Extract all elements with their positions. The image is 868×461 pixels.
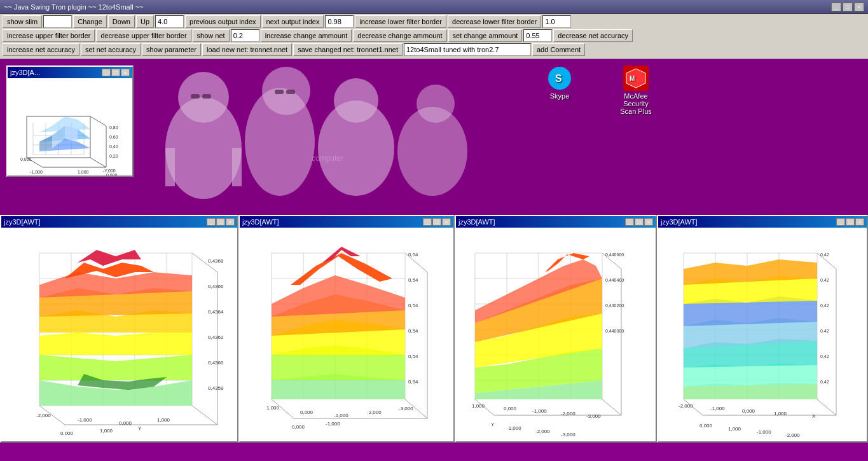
down-button[interactable]: Down: [108, 15, 135, 28]
svg-text:1,000: 1,000: [157, 417, 170, 423]
show-net-button[interactable]: show net: [193, 29, 230, 42]
svg-text:-2,000: -2,000: [367, 409, 382, 415]
svg-point-4: [262, 67, 310, 115]
increase-lower-filter-button[interactable]: increase lower filter border: [355, 15, 446, 28]
chart-body-small: -1,000 1,000 -Y,000 0,80 0,60 0,40 0,20 …: [8, 78, 132, 175]
svg-text:-3,000: -3,000: [561, 432, 575, 437]
svg-text:0,000: 0,000: [292, 424, 305, 430]
increase-change-button[interactable]: increase change ammount: [261, 29, 352, 42]
mcafee-label: McAfee Security Scan Plus: [614, 92, 658, 115]
add-comment-button[interactable]: add Comment: [532, 43, 585, 56]
chart-close-2[interactable]: ×: [442, 218, 451, 226]
svg-text:-1,000: -1,000: [757, 429, 771, 435]
svg-text:computer: computer: [312, 154, 343, 163]
chart-title-small: jzy3D[A...: [10, 69, 40, 76]
chart-title-buttons-2: _ □ ×: [423, 218, 451, 226]
chart-close-4[interactable]: ×: [855, 218, 864, 226]
chart-window-1: jzy3D[AWT] _ □ ×: [0, 215, 238, 443]
maximize-button[interactable]: □: [843, 3, 853, 11]
svg-text:-Y,000: -Y,000: [103, 169, 116, 173]
comment-input[interactable]: [404, 43, 531, 56]
chart-min-3[interactable]: _: [625, 218, 634, 226]
chart-close-1[interactable]: ×: [226, 218, 235, 226]
chart-svg-2: 0,54 0,54 0,54 0,54 0,54 0,54 1,000 0,00…: [240, 228, 453, 441]
skype-desktop-icon[interactable]: S Skype: [537, 65, 582, 100]
svg-text:0,60: 0,60: [109, 135, 118, 139]
decrease-change-button[interactable]: decrease change ammount: [353, 29, 446, 42]
svg-text:0,000: 0,000: [504, 406, 517, 411]
svg-text:0,440400: 0,440400: [605, 278, 624, 282]
svg-text:0,4360: 0,4360: [208, 360, 224, 366]
chart-window-small: jzy3D[A... _ □ ×: [6, 65, 134, 177]
slim-input[interactable]: [43, 15, 72, 28]
increase-upper-filter-button[interactable]: increase upper filter border: [3, 29, 95, 42]
chart-min-small[interactable]: _: [102, 69, 111, 76]
skype-label: Skype: [550, 92, 570, 100]
mcafee-icon: M: [623, 65, 649, 91]
next-value-input[interactable]: [325, 15, 354, 28]
chart-svg-1: 0,4368 0,4366 0,4364 0,4362 0,4360 0,435…: [1, 228, 237, 441]
decrease-net-accuracy-button[interactable]: decrease net accuracy: [553, 29, 633, 42]
decrease-upper-filter-button[interactable]: decrease upper filter border: [96, 29, 191, 42]
set-change-button[interactable]: set change ammount: [448, 29, 523, 42]
set-change-value-input[interactable]: [523, 29, 552, 42]
chart-max-3[interactable]: □: [635, 218, 644, 226]
svg-text:M: M: [630, 75, 635, 82]
chart-max-small[interactable]: □: [111, 69, 120, 76]
svg-text:0,000: 0,000: [60, 430, 74, 436]
svg-text:-3,000: -3,000: [399, 406, 413, 411]
chart-min-4[interactable]: _: [836, 218, 845, 226]
chart-titlebar-2: jzy3D[AWT] _ □ ×: [240, 216, 453, 228]
chart-titlebar-1: jzy3D[AWT] _ □ ×: [1, 216, 237, 228]
svg-text:Y: Y: [491, 422, 495, 427]
increase-net-accuracy-button[interactable]: increase net accuracy: [3, 43, 79, 56]
svg-text:0,000: 0,000: [106, 173, 118, 175]
decrease-lower-value-input[interactable]: [542, 15, 571, 28]
chart-min-2[interactable]: _: [423, 218, 432, 226]
chart-svg-small: -1,000 1,000 -Y,000 0,80 0,60 0,40 0,20 …: [8, 78, 132, 175]
close-button[interactable]: ×: [854, 3, 864, 11]
svg-text:1,000: 1,000: [266, 405, 280, 411]
up-button[interactable]: Up: [136, 15, 154, 28]
desktop: computer S Skype M McAfee Security Scan …: [0, 59, 868, 443]
show-slim-button[interactable]: show slim: [3, 15, 42, 28]
show-parameter-button[interactable]: show parameter: [142, 43, 201, 56]
titlebar-title: ~~ Java Swing Tron plugin ~~ 12to4Small …: [4, 3, 144, 11]
minimize-button[interactable]: _: [831, 3, 841, 11]
chart-close-3[interactable]: ×: [644, 218, 653, 226]
chart-max-1[interactable]: □: [216, 218, 225, 226]
load-net-button[interactable]: load new net: tronnet.nnet: [202, 43, 292, 56]
chart-body-4: 0,42 0,42 0,42 0,42 0,42 0,42 -2,000 -1,…: [658, 228, 867, 441]
set-net-accuracy-button[interactable]: set net accuracy: [81, 43, 141, 56]
svg-rect-9: [191, 94, 200, 99]
svg-text:X: X: [812, 413, 816, 419]
svg-text:-2,000: -2,000: [679, 403, 693, 409]
show-net-value-input[interactable]: [231, 29, 259, 42]
chart-svg-3: 0,440600 0,440400 0,440200 0,440000 1,00…: [456, 228, 656, 441]
svg-text:0,20: 0,20: [109, 154, 118, 158]
mcafee-desktop-icon[interactable]: M McAfee Security Scan Plus: [614, 65, 658, 115]
change-button[interactable]: Change: [73, 15, 107, 28]
svg-text:-1,000: -1,000: [334, 413, 348, 418]
save-net-button[interactable]: save changed net: tronnet1.nnet: [293, 43, 403, 56]
chart-close-small[interactable]: ×: [121, 69, 130, 76]
chart-title-buttons-1: _ □ ×: [207, 218, 235, 226]
chart-min-1[interactable]: _: [207, 218, 216, 226]
svg-text:0,54: 0,54: [408, 277, 418, 283]
chart-max-2[interactable]: □: [432, 218, 441, 226]
next-output-index-button[interactable]: next output index: [262, 15, 324, 28]
toolbar-row-2: increase upper filter border decrease up…: [3, 29, 865, 42]
svg-text:Y: Y: [138, 425, 142, 431]
chart-title-buttons-4: _ □ ×: [836, 218, 864, 226]
svg-point-8: [417, 85, 455, 123]
chart-title-buttons-small: _ □ ×: [102, 69, 130, 76]
svg-text:0,42: 0,42: [820, 380, 829, 384]
previous-output-index-button[interactable]: previous output index: [185, 15, 261, 28]
chart-max-4[interactable]: □: [846, 218, 855, 226]
decrease-lower-filter-button[interactable]: decrease lower filter border: [448, 15, 541, 28]
svg-text:0,4368: 0,4368: [208, 258, 224, 264]
svg-text:-2,000: -2,000: [535, 429, 550, 434]
svg-text:0,42: 0,42: [820, 303, 829, 308]
up-value-input[interactable]: [155, 15, 184, 28]
svg-text:-2,000: -2,000: [561, 411, 575, 416]
